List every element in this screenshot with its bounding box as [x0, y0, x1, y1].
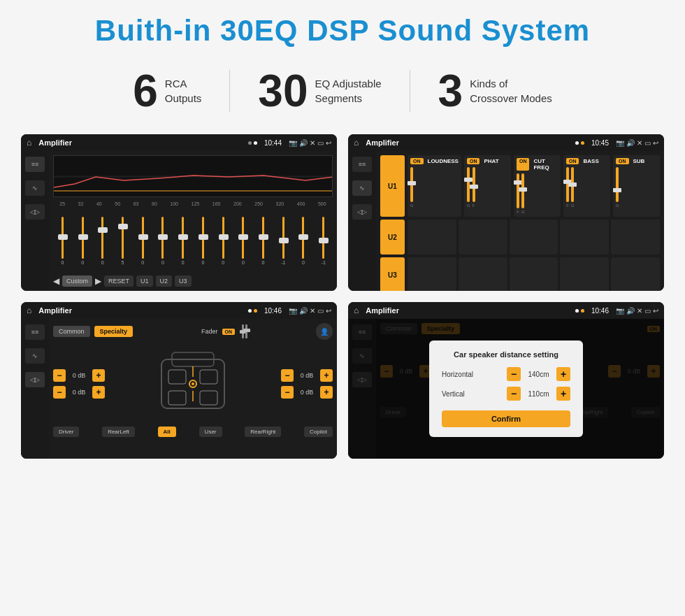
common-btn[interactable]: Common [53, 326, 90, 337]
slider-track-3[interactable]: 0 [93, 217, 112, 273]
toolbar-speaker-icon-x[interactable]: ◁▷ [352, 204, 372, 220]
db-row-1: − 0 dB + [53, 369, 105, 382]
slider-track-13[interactable]: 0 [294, 217, 313, 273]
minus-btn-2[interactable]: − [53, 386, 66, 399]
plus-btn-4[interactable]: + [320, 386, 333, 399]
toolbar-eq-icon[interactable]: ≡≡ [25, 157, 45, 172]
screen-body-eq: ≡≡ ∿ ◁▷ [21, 151, 337, 291]
side-toolbar-xover: ≡≡ ∿ ◁▷ [348, 151, 376, 291]
slider-track-5[interactable]: 0 [134, 217, 152, 273]
slider-track-9[interactable]: 0 [214, 217, 233, 273]
rearleft-btn[interactable]: RearLeft [102, 427, 135, 437]
slider-track-6[interactable]: 0 [154, 217, 173, 273]
slider-track-12[interactable]: -1 [274, 217, 293, 273]
toolbar-speaker-icon[interactable]: ◁▷ [25, 204, 45, 220]
freq-125: 125 [192, 201, 200, 206]
dist-dot2 [581, 309, 584, 313]
specialty-btn[interactable]: Specialty [94, 326, 134, 337]
minus-btn-4[interactable]: − [281, 386, 294, 399]
toolbar-wave-icon-f[interactable]: ∿ [25, 348, 45, 364]
dialog-title: Car speaker distance setting [442, 350, 570, 359]
fader-left: − 0 dB + − 0 dB + [53, 369, 105, 399]
back-icon-x[interactable]: ↩ [653, 139, 658, 147]
fader-main: − 0 dB + − 0 dB + [53, 345, 333, 422]
status-icons-eq: 📷 🔊 ✕ ▭ ↩ [289, 139, 331, 147]
dist-dot1 [575, 309, 579, 313]
slider-track-8[interactable]: 0 [194, 217, 212, 273]
db-row-3: − 0 dB + [281, 369, 333, 382]
user-btn[interactable]: User [199, 427, 222, 437]
u3-btn[interactable]: U3 [175, 275, 192, 287]
on-toggle-fader[interactable]: ON [222, 329, 236, 335]
custom-btn[interactable]: Custom [62, 275, 92, 287]
svg-rect-7 [200, 391, 217, 405]
all-btn[interactable]: All [158, 427, 176, 437]
u3-preset-btn[interactable]: U3 [380, 257, 405, 291]
home-icon-dist[interactable]: ⌂ [354, 306, 359, 315]
toolbar-wave-icon-x[interactable]: ∿ [352, 180, 372, 196]
minimize-icon-f: ▭ [317, 307, 324, 315]
u2-btn[interactable]: U2 [156, 275, 173, 287]
toolbar-wave-icon[interactable]: ∿ [25, 180, 45, 196]
freq-63: 63 [134, 201, 139, 206]
slider-track-11[interactable]: 0 [254, 217, 273, 273]
home-icon-xover[interactable]: ⌂ [354, 138, 359, 148]
time-dist: 10:46 [591, 307, 609, 315]
horizontal-plus-btn[interactable]: + [556, 367, 570, 381]
vertical-plus-btn[interactable]: + [556, 387, 570, 401]
u2-preset-btn[interactable]: U2 [380, 220, 405, 255]
u1-btn[interactable]: U1 [136, 275, 153, 287]
toolbar-eq-icon-x[interactable]: ≡≡ [352, 157, 372, 172]
slider-track-2[interactable]: 0 [73, 217, 92, 273]
plus-btn-3[interactable]: + [320, 369, 333, 382]
plus-btn-2[interactable]: + [92, 386, 105, 399]
dialog-overlay: Car speaker distance setting Horizontal … [348, 319, 664, 459]
on-badge-sub: ON [616, 158, 629, 164]
fader-label: Fader [201, 328, 218, 335]
vertical-minus-btn[interactable]: − [507, 387, 521, 401]
home-icon-fader[interactable]: ⌂ [27, 306, 31, 315]
slider-track-1[interactable]: 0 [53, 217, 72, 273]
eq-sliders: 0 0 0 5 [53, 209, 333, 273]
plus-btn-1[interactable]: + [92, 369, 105, 382]
toolbar-eq-icon-f[interactable]: ≡≡ [25, 324, 45, 340]
toolbar-speaker-icon-f[interactable]: ◁▷ [25, 372, 45, 387]
back-icon-f[interactable]: ↩ [326, 307, 331, 315]
freq-500: 500 [318, 201, 326, 206]
screen-crossover: ⌂ Amplifier 10:45 📷 🔊 ✕ ▭ ↩ ≡≡ [348, 134, 664, 291]
slider-track-14[interactable]: -1 [314, 217, 333, 273]
freq-80: 80 [152, 201, 157, 206]
home-icon-eq[interactable]: ⌂ [27, 138, 31, 148]
profile-icon[interactable]: 👤 [316, 323, 333, 340]
slider-track-4[interactable]: 5 [113, 217, 132, 273]
minimize-icon-x: ▭ [644, 139, 651, 147]
speaker-diagram [110, 345, 275, 422]
status-icons-xover: 📷 🔊 ✕ ▭ ↩ [616, 139, 658, 147]
slider-track-7[interactable]: 0 [173, 217, 192, 273]
copilot-btn[interactable]: Copilot [304, 427, 333, 437]
horizontal-value: 140cm [526, 371, 551, 378]
stat-rca-number: 6 [133, 69, 158, 113]
db-val-1: 0 dB [68, 372, 89, 379]
back-icon-d[interactable]: ↩ [653, 307, 658, 315]
volume-icon-f: 🔊 [299, 307, 308, 315]
driver-btn[interactable]: Driver [53, 427, 79, 437]
status-dots-dist [575, 309, 584, 313]
on-badge-phat: ON [467, 158, 480, 164]
reset-btn[interactable]: RESET [104, 275, 134, 287]
next-arrow[interactable]: ▶ [95, 276, 101, 286]
minus-btn-1[interactable]: − [53, 369, 66, 382]
side-toolbar-fader: ≡≡ ∿ ◁▷ [21, 319, 49, 459]
minus-btn-3[interactable]: − [281, 369, 294, 382]
eq-graph [53, 155, 333, 197]
slider-track-10[interactable]: 0 [233, 217, 252, 273]
rearright-btn[interactable]: RearRight [245, 427, 281, 437]
back-icon[interactable]: ↩ [326, 139, 331, 147]
status-bar-fader: ⌂ Amplifier 10:46 📷 🔊 ✕ ▭ ↩ [21, 302, 337, 319]
u1-preset-btn[interactable]: U1 [380, 155, 405, 217]
prev-arrow[interactable]: ◀ [53, 276, 59, 286]
horizontal-minus-btn[interactable]: − [507, 367, 521, 381]
fader-content: Common Specialty Fader ON [49, 319, 337, 459]
confirm-btn[interactable]: Confirm [442, 410, 570, 427]
horizontal-label: Horizontal [442, 371, 501, 378]
